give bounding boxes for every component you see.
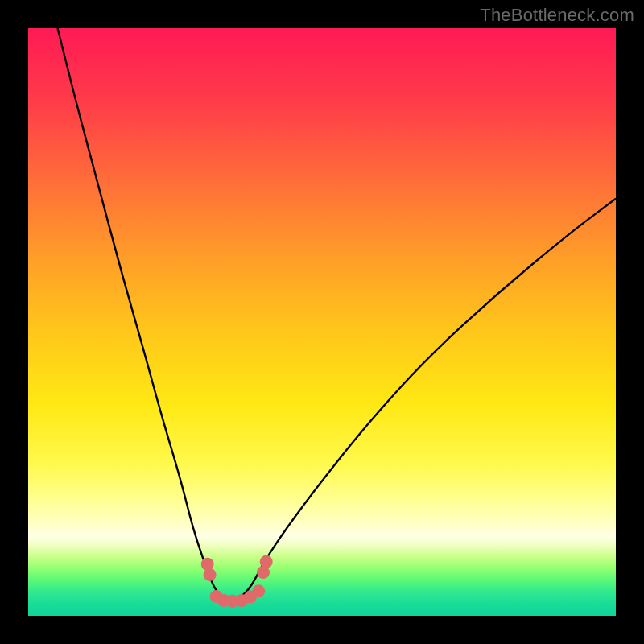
data-marker (252, 584, 265, 597)
data-marker (260, 555, 273, 568)
plot-area (28, 28, 616, 616)
data-marker (204, 568, 217, 581)
chart-frame: TheBottleneck.com (0, 0, 644, 644)
watermark-text: TheBottleneck.com (480, 5, 634, 26)
curve-layer (28, 28, 616, 616)
bottleneck-curve (58, 28, 617, 601)
